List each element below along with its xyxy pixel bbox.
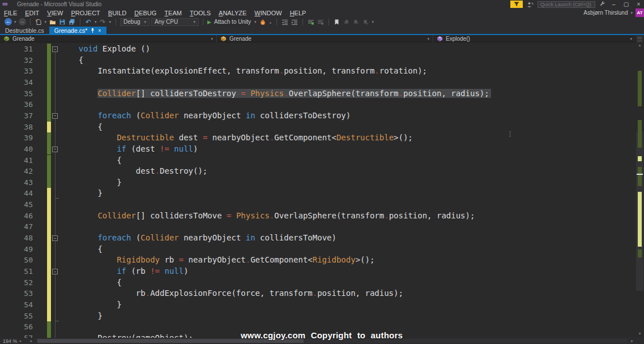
filter-icon[interactable] [510,1,523,8]
quick-launch-input[interactable] [538,1,595,8]
decrease-indent-icon[interactable] [281,19,289,25]
menu-project[interactable]: PROJECT [67,10,104,16]
code-line[interactable]: 46 Collider[] collidersToMove = Physics.… [0,210,636,222]
increase-indent-icon[interactable] [291,19,298,25]
chevron-down-icon[interactable]: ▾ [254,20,257,24]
tab-grenade-cs[interactable]: Grenade.cs*× [49,27,106,34]
collapse-box-icon[interactable] [52,269,58,274]
vertical-scrollbar[interactable]: ▴ ▾ [636,35,644,338]
solution-platforms-dropdown[interactable]: Any CPU ▾ [151,18,199,26]
clear-bookmarks-icon[interactable] [362,19,370,25]
unity-project-explorer-icon[interactable] [259,19,267,25]
menu-help[interactable]: HELP [286,10,310,16]
code-line[interactable]: 41 { [0,155,636,166]
navigate-backward-icon[interactable]: ← [5,18,12,25]
code-line[interactable]: 35 Collider[] collidersToDestroy = Physi… [0,88,636,100]
code-line[interactable]: 52 { [0,277,636,289]
menu-edit[interactable]: EDIT [21,10,43,16]
code-line[interactable]: 38 { [0,122,636,133]
open-file-icon[interactable] [49,19,57,25]
pin-icon[interactable] [90,28,95,33]
code-line[interactable]: 33 Instantiate(explosionEffect, transfor… [0,66,636,77]
undo-icon[interactable]: ↶ [84,18,92,26]
menu-view[interactable]: VIEW [43,10,67,16]
collapse-box-icon[interactable] [52,46,58,52]
menu-window[interactable]: WINDOW [250,10,285,16]
scroll-down-icon[interactable]: ▾ [636,331,644,337]
minimize-button[interactable]: – [609,0,618,8]
breadcrumb-project-dropdown[interactable]: Grenade▾ [0,35,217,42]
code-line[interactable]: 47 [0,221,636,233]
toolbar-overflow-icon[interactable]: ▾ [372,20,374,24]
chevron-down-icon[interactable]: ▾ [14,20,16,24]
code-line[interactable]: 42 dest.Destroy(); [0,166,636,177]
code-text: { [59,55,83,66]
close-icon[interactable]: × [98,28,101,33]
code-line[interactable]: 40 if (dest != null) [0,144,636,155]
feedback-icon[interactable] [527,1,534,8]
scroll-left-icon[interactable]: ◂ [29,338,32,344]
menu-file[interactable]: FILE [0,10,21,16]
account-name[interactable]: Asbjørn Thirslund [583,10,628,16]
code-line[interactable]: 55 } [0,311,636,322]
code-line[interactable]: 39 Destructible dest = nearbyObject.GetC… [0,132,636,144]
menu-build[interactable]: BUILD [104,10,130,16]
vertical-scroll-track[interactable] [636,49,644,324]
code-editor[interactable]: I 31 void Explode ()32 {33 Instantiate(e… [0,42,636,338]
bookmark-icon[interactable] [333,19,341,25]
save-all-icon[interactable] [68,19,76,25]
splitter-gripper[interactable] [637,37,642,41]
code-text: void Explode () [59,44,150,55]
code-line[interactable]: 50 Rigidbody rb = nearbyObject.GetCompon… [0,255,636,266]
chevron-down-icon[interactable]: ▾ [630,11,633,15]
avatar[interactable]: AT [636,8,644,17]
code-line[interactable]: 48 foreach (Collider nearbyObject in col… [0,233,636,244]
chevron-down-icon[interactable]: ▾ [109,20,112,24]
collapse-box-icon[interactable] [52,113,58,119]
previous-bookmark-icon[interactable] [343,19,351,25]
zoom-dropdown[interactable]: 194 % ▾ [3,338,22,344]
code-line[interactable]: 34 [0,77,636,88]
tab-destructible-cs[interactable]: Destructible.cs [0,27,49,34]
code-line[interactable]: 36 [0,99,636,110]
chevron-down-icon[interactable]: ▾ [427,37,429,41]
chevron-down-icon[interactable]: ▾ [95,20,97,24]
code-line[interactable]: 43 } [0,177,636,188]
scroll-right-icon[interactable]: ▸ [631,338,633,344]
redo-icon[interactable]: ↷ [99,18,107,26]
breadcrumb-member-dropdown[interactable]: Explode()▾ [433,35,636,42]
code-line[interactable]: 53 rb.AddExplosionForce(force, transform… [0,288,636,299]
code-line[interactable]: 37 foreach (Collider nearbyObject in col… [0,110,636,122]
comment-icon[interactable] [307,19,315,25]
uncomment-icon[interactable] [317,19,325,25]
menu-analyze[interactable]: ANALYZE [215,10,250,16]
chevron-down-icon[interactable]: ▾ [45,20,47,24]
collapse-box-icon[interactable] [52,235,58,241]
code-line[interactable]: 44 } [0,188,636,199]
code-line[interactable]: 31 void Explode () [0,44,636,55]
breadcrumb-type-dropdown[interactable]: Grenade▾ [217,35,433,42]
chevron-down-icon[interactable]: ▾ [211,37,213,41]
menu-debug[interactable]: DEBUG [130,10,160,16]
collapse-box-icon[interactable] [52,147,58,152]
restore-button[interactable]: ▢ [622,0,630,8]
chevron-down-icon[interactable]: ▾ [630,37,632,41]
code-line[interactable]: 49 { [0,244,636,255]
code-line[interactable]: 32 { [0,55,636,66]
new-file-icon[interactable] [35,19,42,25]
change-tracking-bar [47,299,51,311]
menu-tools[interactable]: TOOLS [186,10,215,16]
solution-configurations-dropdown[interactable]: Debug ▾ [120,18,150,26]
attach-to-unity-button[interactable]: ▶ Attach to Unity ▾ [207,19,257,25]
menu-team[interactable]: TEAM [160,10,186,16]
navigate-forward-icon[interactable]: → [19,18,26,25]
scroll-up-icon[interactable]: ▴ [636,42,644,48]
code-line[interactable]: 45 [0,199,636,210]
code-line[interactable]: 54 } [0,299,636,311]
next-bookmark-icon[interactable] [352,19,360,25]
save-icon[interactable] [58,19,66,25]
code-line[interactable]: 51 if (rb != null) [0,266,636,277]
close-button[interactable]: × [634,0,643,8]
wrench-icon[interactable] [599,1,605,7]
line-number: 44 [0,188,33,199]
